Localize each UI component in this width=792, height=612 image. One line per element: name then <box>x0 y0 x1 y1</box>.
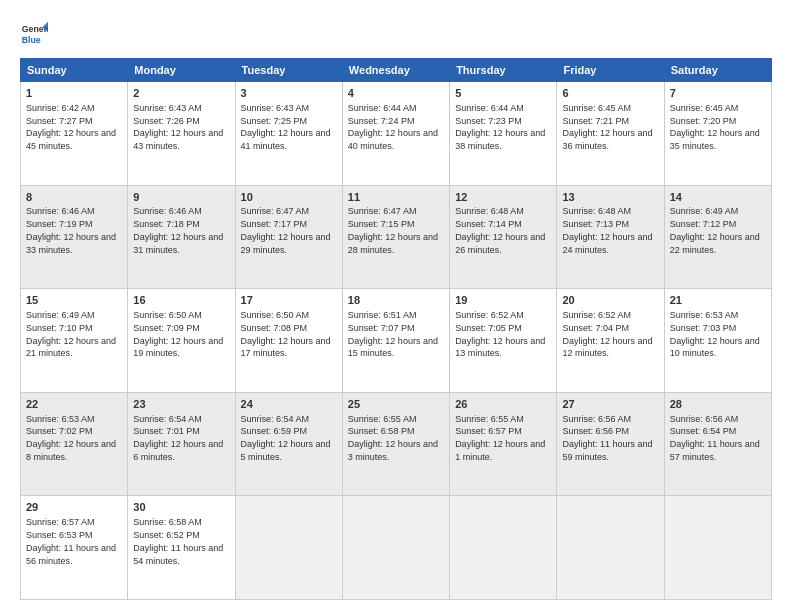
day-number: 14 <box>670 190 766 205</box>
day-info: Sunrise: 6:47 AMSunset: 7:15 PMDaylight:… <box>348 206 438 254</box>
day-info: Sunrise: 6:50 AMSunset: 7:09 PMDaylight:… <box>133 310 223 358</box>
day-info: Sunrise: 6:55 AMSunset: 6:57 PMDaylight:… <box>455 414 545 462</box>
day-info: Sunrise: 6:48 AMSunset: 7:13 PMDaylight:… <box>562 206 652 254</box>
day-number: 16 <box>133 293 229 308</box>
day-number: 15 <box>26 293 122 308</box>
calendar-cell: 27Sunrise: 6:56 AMSunset: 6:56 PMDayligh… <box>557 392 664 496</box>
calendar-row-5: 29Sunrise: 6:57 AMSunset: 6:53 PMDayligh… <box>21 496 772 600</box>
calendar-cell: 2Sunrise: 6:43 AMSunset: 7:26 PMDaylight… <box>128 82 235 186</box>
day-number: 25 <box>348 397 444 412</box>
day-info: Sunrise: 6:46 AMSunset: 7:19 PMDaylight:… <box>26 206 116 254</box>
day-number: 22 <box>26 397 122 412</box>
calendar-cell: 4Sunrise: 6:44 AMSunset: 7:24 PMDaylight… <box>342 82 449 186</box>
calendar-header-sunday: Sunday <box>21 59 128 82</box>
calendar-header-row: SundayMondayTuesdayWednesdayThursdayFrid… <box>21 59 772 82</box>
calendar-header-thursday: Thursday <box>450 59 557 82</box>
calendar-header-saturday: Saturday <box>664 59 771 82</box>
calendar-cell: 21Sunrise: 6:53 AMSunset: 7:03 PMDayligh… <box>664 289 771 393</box>
day-info: Sunrise: 6:47 AMSunset: 7:17 PMDaylight:… <box>241 206 331 254</box>
day-number: 5 <box>455 86 551 101</box>
day-info: Sunrise: 6:42 AMSunset: 7:27 PMDaylight:… <box>26 103 116 151</box>
day-info: Sunrise: 6:54 AMSunset: 6:59 PMDaylight:… <box>241 414 331 462</box>
day-number: 10 <box>241 190 337 205</box>
calendar-cell <box>557 496 664 600</box>
logo-icon: General Blue <box>20 20 48 48</box>
day-info: Sunrise: 6:49 AMSunset: 7:10 PMDaylight:… <box>26 310 116 358</box>
day-info: Sunrise: 6:53 AMSunset: 7:02 PMDaylight:… <box>26 414 116 462</box>
day-info: Sunrise: 6:44 AMSunset: 7:24 PMDaylight:… <box>348 103 438 151</box>
day-number: 20 <box>562 293 658 308</box>
day-number: 13 <box>562 190 658 205</box>
day-number: 11 <box>348 190 444 205</box>
day-info: Sunrise: 6:50 AMSunset: 7:08 PMDaylight:… <box>241 310 331 358</box>
day-number: 12 <box>455 190 551 205</box>
calendar-cell <box>342 496 449 600</box>
calendar-cell: 30Sunrise: 6:58 AMSunset: 6:52 PMDayligh… <box>128 496 235 600</box>
day-info: Sunrise: 6:43 AMSunset: 7:26 PMDaylight:… <box>133 103 223 151</box>
calendar-cell: 16Sunrise: 6:50 AMSunset: 7:09 PMDayligh… <box>128 289 235 393</box>
day-info: Sunrise: 6:55 AMSunset: 6:58 PMDaylight:… <box>348 414 438 462</box>
calendar-row-4: 22Sunrise: 6:53 AMSunset: 7:02 PMDayligh… <box>21 392 772 496</box>
day-number: 28 <box>670 397 766 412</box>
calendar-cell: 5Sunrise: 6:44 AMSunset: 7:23 PMDaylight… <box>450 82 557 186</box>
day-number: 8 <box>26 190 122 205</box>
day-number: 4 <box>348 86 444 101</box>
day-info: Sunrise: 6:44 AMSunset: 7:23 PMDaylight:… <box>455 103 545 151</box>
calendar-cell <box>664 496 771 600</box>
day-info: Sunrise: 6:57 AMSunset: 6:53 PMDaylight:… <box>26 517 116 565</box>
day-number: 18 <box>348 293 444 308</box>
calendar-header-monday: Monday <box>128 59 235 82</box>
svg-text:Blue: Blue <box>22 35 41 45</box>
day-number: 23 <box>133 397 229 412</box>
day-info: Sunrise: 6:45 AMSunset: 7:21 PMDaylight:… <box>562 103 652 151</box>
header: General Blue <box>20 16 772 48</box>
day-info: Sunrise: 6:56 AMSunset: 6:54 PMDaylight:… <box>670 414 760 462</box>
day-number: 29 <box>26 500 122 515</box>
calendar-cell: 6Sunrise: 6:45 AMSunset: 7:21 PMDaylight… <box>557 82 664 186</box>
calendar-cell: 9Sunrise: 6:46 AMSunset: 7:18 PMDaylight… <box>128 185 235 289</box>
day-info: Sunrise: 6:49 AMSunset: 7:12 PMDaylight:… <box>670 206 760 254</box>
calendar-cell: 17Sunrise: 6:50 AMSunset: 7:08 PMDayligh… <box>235 289 342 393</box>
calendar-header-friday: Friday <box>557 59 664 82</box>
calendar-cell: 20Sunrise: 6:52 AMSunset: 7:04 PMDayligh… <box>557 289 664 393</box>
calendar-cell: 10Sunrise: 6:47 AMSunset: 7:17 PMDayligh… <box>235 185 342 289</box>
calendar-cell: 19Sunrise: 6:52 AMSunset: 7:05 PMDayligh… <box>450 289 557 393</box>
calendar-cell: 28Sunrise: 6:56 AMSunset: 6:54 PMDayligh… <box>664 392 771 496</box>
calendar-cell: 26Sunrise: 6:55 AMSunset: 6:57 PMDayligh… <box>450 392 557 496</box>
day-info: Sunrise: 6:46 AMSunset: 7:18 PMDaylight:… <box>133 206 223 254</box>
day-number: 24 <box>241 397 337 412</box>
calendar-cell <box>450 496 557 600</box>
day-number: 17 <box>241 293 337 308</box>
day-number: 3 <box>241 86 337 101</box>
calendar-cell: 22Sunrise: 6:53 AMSunset: 7:02 PMDayligh… <box>21 392 128 496</box>
day-number: 26 <box>455 397 551 412</box>
day-info: Sunrise: 6:45 AMSunset: 7:20 PMDaylight:… <box>670 103 760 151</box>
day-info: Sunrise: 6:51 AMSunset: 7:07 PMDaylight:… <box>348 310 438 358</box>
day-info: Sunrise: 6:43 AMSunset: 7:25 PMDaylight:… <box>241 103 331 151</box>
calendar-cell: 3Sunrise: 6:43 AMSunset: 7:25 PMDaylight… <box>235 82 342 186</box>
calendar-header-tuesday: Tuesday <box>235 59 342 82</box>
calendar-table: SundayMondayTuesdayWednesdayThursdayFrid… <box>20 58 772 600</box>
day-info: Sunrise: 6:54 AMSunset: 7:01 PMDaylight:… <box>133 414 223 462</box>
day-info: Sunrise: 6:58 AMSunset: 6:52 PMDaylight:… <box>133 517 223 565</box>
day-info: Sunrise: 6:53 AMSunset: 7:03 PMDaylight:… <box>670 310 760 358</box>
calendar-row-2: 8Sunrise: 6:46 AMSunset: 7:19 PMDaylight… <box>21 185 772 289</box>
logo: General Blue <box>20 20 52 48</box>
calendar-cell: 25Sunrise: 6:55 AMSunset: 6:58 PMDayligh… <box>342 392 449 496</box>
day-number: 27 <box>562 397 658 412</box>
calendar-cell: 7Sunrise: 6:45 AMSunset: 7:20 PMDaylight… <box>664 82 771 186</box>
calendar-header-wednesday: Wednesday <box>342 59 449 82</box>
calendar-cell: 15Sunrise: 6:49 AMSunset: 7:10 PMDayligh… <box>21 289 128 393</box>
calendar-cell: 13Sunrise: 6:48 AMSunset: 7:13 PMDayligh… <box>557 185 664 289</box>
calendar-row-3: 15Sunrise: 6:49 AMSunset: 7:10 PMDayligh… <box>21 289 772 393</box>
day-number: 21 <box>670 293 766 308</box>
day-number: 19 <box>455 293 551 308</box>
day-number: 7 <box>670 86 766 101</box>
day-info: Sunrise: 6:48 AMSunset: 7:14 PMDaylight:… <box>455 206 545 254</box>
calendar-cell: 11Sunrise: 6:47 AMSunset: 7:15 PMDayligh… <box>342 185 449 289</box>
day-info: Sunrise: 6:52 AMSunset: 7:04 PMDaylight:… <box>562 310 652 358</box>
calendar-cell: 23Sunrise: 6:54 AMSunset: 7:01 PMDayligh… <box>128 392 235 496</box>
day-info: Sunrise: 6:56 AMSunset: 6:56 PMDaylight:… <box>562 414 652 462</box>
page: General Blue SundayMondayTuesdayWednesda… <box>0 0 792 612</box>
day-number: 9 <box>133 190 229 205</box>
